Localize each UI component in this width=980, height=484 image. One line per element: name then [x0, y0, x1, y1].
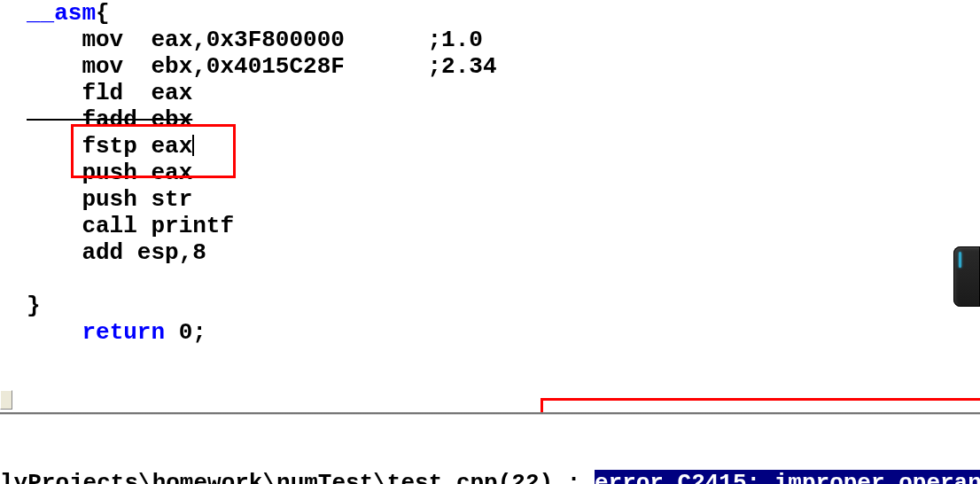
code-line[interactable]: push str: [27, 186, 980, 213]
code-line[interactable]: [27, 266, 980, 293]
code-token: [27, 319, 82, 346]
code-line[interactable]: }: [27, 293, 980, 319]
code-token: {: [96, 0, 110, 27]
code-line[interactable]: fstp eax: [27, 133, 980, 160]
code-line[interactable]: call printf: [27, 213, 980, 239]
output-text: lyProjects\homework\numTest\test.cpp(22)…: [0, 470, 595, 484]
code-line[interactable]: return 0;: [27, 319, 980, 346]
code-token: mov ebx,0x4015C28F ;2.34: [27, 53, 497, 80]
code-token: [27, 266, 41, 293]
code-line[interactable]: mov eax,0x3F800000 ;1.0: [27, 27, 980, 53]
code-line[interactable]: add esp,8: [27, 239, 980, 266]
output-row-error[interactable]: lyProjects\homework\numTest\test.cpp(22)…: [0, 470, 980, 484]
code-token: return: [82, 319, 165, 346]
code-token: fadd ebx: [27, 106, 192, 133]
code-line[interactable]: fld eax: [27, 80, 980, 106]
code-token: __asm: [27, 0, 96, 27]
side-widget[interactable]: [953, 246, 980, 307]
code-token: add esp,8: [27, 239, 206, 266]
code-token: 0;: [165, 319, 206, 346]
code-token: fld eax: [27, 80, 192, 106]
code-editor[interactable]: __asm{ mov eax,0x3F800000 ;1.0 mov ebx,0…: [0, 0, 980, 346]
code-line[interactable]: mov ebx,0x4015C28F ;2.34: [27, 53, 980, 80]
output-text-selected: error C2415: improper operand ty: [595, 470, 980, 484]
code-token: }: [27, 293, 41, 319]
build-output-panel[interactable]: lyProjects\homework\numTest\test.cpp(22)…: [0, 412, 980, 484]
code-line[interactable]: __asm{: [27, 0, 980, 27]
text-caret: [192, 135, 194, 156]
code-token: push str: [27, 186, 192, 213]
panel-tab-handle[interactable]: [0, 390, 12, 410]
code-line[interactable]: push eax: [27, 160, 980, 186]
code-token: call printf: [27, 213, 234, 239]
code-line[interactable]: fadd ebx: [27, 106, 980, 133]
code-token: push eax: [27, 160, 192, 186]
code-token: fstp eax: [27, 133, 192, 160]
code-token: mov eax,0x3F800000 ;1.0: [27, 27, 483, 53]
